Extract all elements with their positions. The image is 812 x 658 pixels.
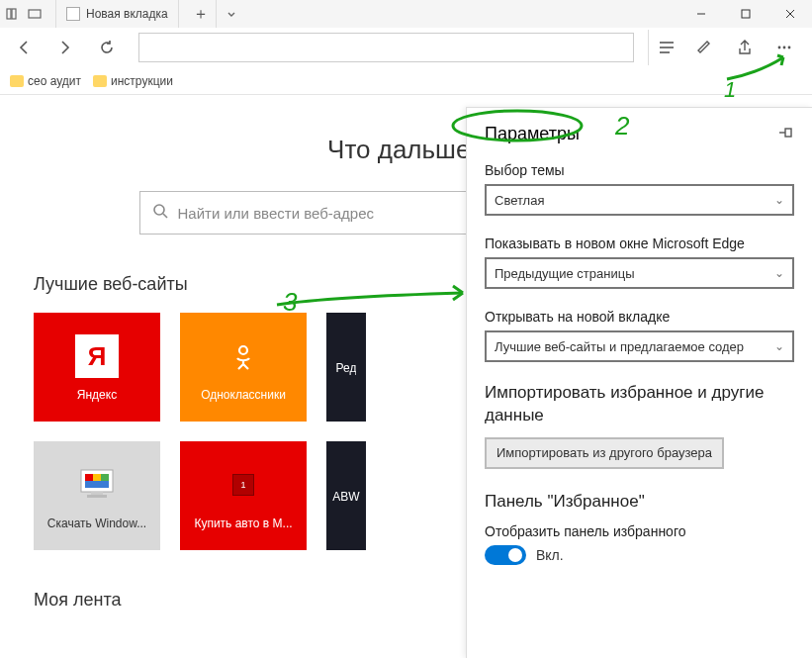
webnote-button[interactable] xyxy=(687,30,723,65)
pin-icon[interactable] xyxy=(778,126,794,142)
search-icon xyxy=(152,203,168,223)
svg-rect-21 xyxy=(91,492,103,495)
tab-page-icon xyxy=(66,7,80,21)
import-button[interactable]: Импортировать из другого браузера xyxy=(485,437,724,469)
favbar-toggle-label: Отобразить панель избранного xyxy=(485,523,794,539)
close-button[interactable] xyxy=(767,0,812,28)
tab-preview-icon[interactable] xyxy=(28,7,42,21)
newtab-value: Лучшие веб-сайты и предлагаемое содер xyxy=(495,339,744,354)
hub-button[interactable] xyxy=(648,30,683,65)
refresh-button[interactable] xyxy=(89,30,125,65)
startup-label: Показывать в новом окне Microsoft Edge xyxy=(485,235,794,251)
tab-title: Новая вкладка xyxy=(86,7,168,21)
theme-select[interactable]: Светлая ⌄ xyxy=(485,184,794,216)
svg-rect-20 xyxy=(101,474,109,481)
startup-select[interactable]: Предыдущие страницы ⌄ xyxy=(485,257,794,289)
tile-label: Яндекс xyxy=(77,388,117,402)
svg-rect-24 xyxy=(785,129,791,137)
tile-windows-download[interactable]: Скачать Window... xyxy=(34,441,160,550)
tab-actions-chevron-icon[interactable] xyxy=(217,0,246,28)
new-tab-button[interactable]: ＋ xyxy=(187,0,217,28)
newtab-select[interactable]: Лучшие веб-сайты и предлагаемое содер ⌄ xyxy=(485,330,794,362)
svg-point-12 xyxy=(788,47,791,49)
bookmark-folder[interactable]: инструкции xyxy=(93,74,173,88)
tile-label: Купить авто в М... xyxy=(194,517,292,530)
tile-label: Скачать Window... xyxy=(47,517,146,530)
toolbar xyxy=(0,28,812,67)
svg-rect-18 xyxy=(85,474,93,481)
tile-partial[interactable]: Ред xyxy=(326,313,366,422)
favbar-toggle-state: Вкл. xyxy=(536,547,564,563)
tile-label: ABW xyxy=(332,490,359,504)
tile-label: Одноклассники xyxy=(201,388,286,402)
tile-label: Ред xyxy=(336,361,357,375)
folder-icon xyxy=(93,75,107,87)
bookmark-label: инструкции xyxy=(111,74,173,88)
tabs-aside-icon[interactable] xyxy=(6,7,20,21)
svg-rect-2 xyxy=(29,10,41,18)
svg-point-15 xyxy=(239,346,247,354)
theme-label: Выбор темы xyxy=(485,162,794,178)
chevron-down-icon: ⌄ xyxy=(774,266,784,280)
import-heading: Импортировать избранное и другие данные xyxy=(485,382,794,427)
odnoklassniki-icon xyxy=(222,334,265,378)
title-bar: Новая вкладка ＋ xyxy=(0,0,812,28)
svg-rect-0 xyxy=(7,9,11,19)
settings-title: Параметры xyxy=(485,124,580,144)
chevron-down-icon: ⌄ xyxy=(774,193,784,207)
maximize-button[interactable] xyxy=(723,0,767,28)
svg-rect-1 xyxy=(12,9,16,19)
monitor-icon xyxy=(75,463,119,507)
forward-button[interactable] xyxy=(47,30,83,65)
share-button[interactable] xyxy=(727,30,763,65)
tile-yandex[interactable]: Я Яндекс xyxy=(34,313,160,422)
auto-icon: 1 xyxy=(222,463,265,507)
folder-icon xyxy=(10,75,24,87)
svg-rect-19 xyxy=(93,474,101,481)
more-button[interactable] xyxy=(767,30,802,65)
back-button[interactable] xyxy=(6,30,42,65)
svg-line-14 xyxy=(163,214,167,218)
theme-value: Светлая xyxy=(495,193,544,208)
browser-tab[interactable]: Новая вкладка xyxy=(55,0,179,28)
bookmark-label: сео аудит xyxy=(28,74,81,88)
settings-panel: Параметры Выбор темы Светлая ⌄ Показыват… xyxy=(466,107,812,658)
newtab-label: Открывать на новой вкладке xyxy=(485,309,794,325)
startup-value: Предыдущие страницы xyxy=(495,266,634,281)
tile-abw[interactable]: ABW xyxy=(326,441,366,550)
svg-point-13 xyxy=(154,205,164,215)
svg-rect-4 xyxy=(742,10,750,18)
yandex-icon: Я xyxy=(75,334,119,378)
tile-odnoklassniki[interactable]: Одноклассники xyxy=(180,313,307,422)
import-button-label: Импортировать из другого браузера xyxy=(496,445,712,460)
bookmark-folder[interactable]: сео аудит xyxy=(10,74,81,88)
chevron-down-icon: ⌄ xyxy=(774,339,784,353)
address-bar[interactable] xyxy=(138,33,634,62)
favbar-heading: Панель "Избранное" xyxy=(485,491,794,514)
favbar-toggle[interactable] xyxy=(485,545,526,565)
tile-auto[interactable]: 1 Купить авто в М... xyxy=(180,441,307,550)
svg-point-11 xyxy=(783,47,786,49)
svg-rect-22 xyxy=(87,495,107,498)
minimize-button[interactable] xyxy=(678,0,723,28)
svg-point-10 xyxy=(778,47,781,49)
bookmarks-bar: сео аудит инструкции xyxy=(0,67,812,95)
